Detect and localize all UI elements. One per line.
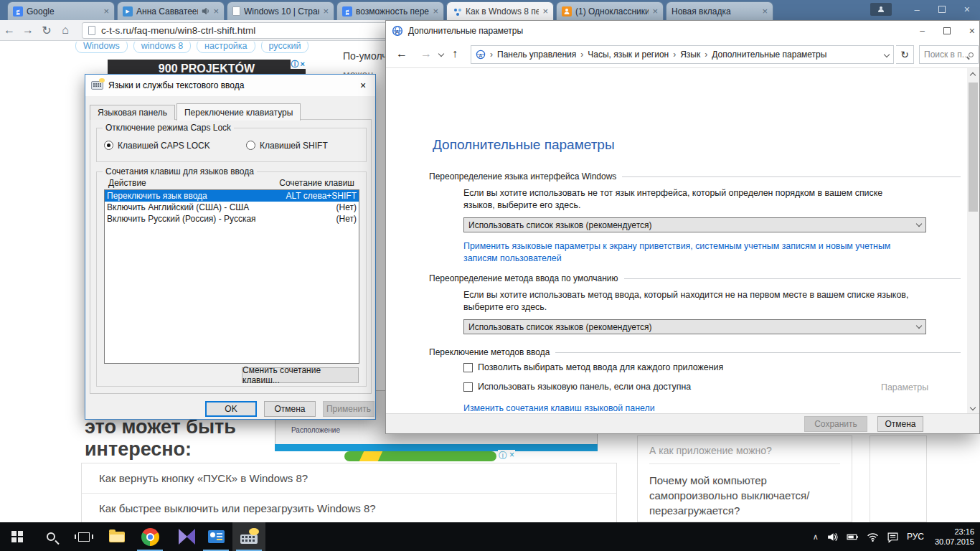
parameters-link[interactable]: Параметры [881, 382, 926, 392]
related-link[interactable]: Как вернуть кнопку «ПУСК» в Windows 8? [82, 463, 616, 493]
tab-search[interactable]: g возможность пере × [336, 1, 444, 20]
cancel-button[interactable]: Отмена [877, 416, 923, 432]
change-hotkey-button[interactable]: Сменить сочетание клавиш... [242, 367, 359, 383]
scrollbar-thumb[interactable] [969, 83, 978, 212]
tag-link[interactable]: русский [261, 42, 309, 53]
ad-info-icon[interactable]: ⓘ [499, 450, 507, 462]
forward-icon[interactable]: → [420, 47, 432, 60]
dialog-close-button[interactable]: × [351, 75, 375, 95]
hotkey-row[interactable]: Включить Русский (Россия) - Русская (Нет… [105, 213, 359, 225]
ad-info-icon[interactable]: ⓘ [291, 60, 299, 69]
sidebar-question[interactable]: А как приложение можно? [649, 445, 840, 464]
taskbar-search-button[interactable] [34, 522, 67, 551]
input-method-dropdown[interactable]: Использовать список языков (рекомендуетс… [463, 319, 926, 334]
refresh-button[interactable]: ↻ [896, 45, 914, 64]
tab-new[interactable]: Новая вкладка × [666, 1, 773, 20]
cp-title-bar[interactable]: A Дополнительные параметры [386, 21, 979, 41]
scroll-down-icon[interactable] [970, 405, 976, 410]
task-view-button[interactable] [67, 522, 100, 551]
hotkey-row[interactable]: Включить Английский (США) - США (Нет) [105, 202, 359, 213]
tab-close-icon[interactable]: × [103, 6, 109, 16]
control-panel-taskbar-button[interactable] [199, 522, 232, 551]
tab-active-article[interactable]: Как в Wndows 8 пе × [446, 1, 554, 20]
tab-close-icon[interactable]: × [652, 6, 658, 16]
up-icon[interactable]: ↑ [452, 47, 458, 60]
back-icon[interactable]: ← [0, 24, 19, 37]
close-button[interactable]: × [964, 4, 970, 15]
action-center-icon[interactable] [887, 531, 899, 543]
per-app-input-checkbox-row[interactable]: Позволить выбирать метод ввода для каждо… [463, 362, 723, 372]
scroll-up-icon[interactable] [970, 72, 976, 78]
tab-close-icon[interactable]: × [542, 6, 548, 16]
breadcrumb-item[interactable]: Панель управления [497, 50, 576, 60]
tab-close-icon[interactable]: × [213, 6, 219, 16]
volume-icon[interactable] [826, 531, 839, 543]
tag-link[interactable]: windows 8 [133, 42, 191, 53]
dialog-title-bar[interactable]: Языки и службы текстового ввода [85, 75, 375, 96]
ad-close-icon[interactable]: × [301, 60, 305, 69]
forward-icon[interactable]: → [19, 24, 37, 37]
green-ad-banner[interactable] [344, 451, 496, 461]
apply-to-welcome-screen-link[interactable]: Применить языковые параметры к экрану пр… [463, 240, 923, 265]
scrollbar[interactable] [967, 68, 979, 415]
radio-icon[interactable] [246, 141, 255, 150]
tab-close-icon[interactable]: × [323, 6, 329, 16]
tab-label: Windows 10 | Стран [244, 6, 319, 17]
breadcrumb-item[interactable]: Язык [680, 50, 700, 60]
ad-close-icon[interactable]: × [509, 450, 514, 462]
taskbar-clock[interactable]: 23:16 30.07.2015 [932, 527, 974, 547]
tab-language-bar[interactable]: Языковая панель [90, 105, 175, 120]
maximize-button[interactable] [938, 6, 946, 13]
battery-icon[interactable] [847, 531, 859, 543]
breadcrumb-item[interactable]: Дополнительные параметры [712, 50, 826, 60]
tab-video[interactable]: ▶ Анна Савватеева × [117, 1, 225, 20]
radio-icon[interactable] [104, 141, 113, 150]
search-icon[interactable] [969, 52, 974, 57]
kmplayer-taskbar-button[interactable] [166, 522, 199, 551]
tab-keyboard-switching[interactable]: Переключение клавиатуры [176, 103, 301, 121]
checkbox-icon[interactable] [463, 382, 473, 392]
chevron-down-icon[interactable] [884, 52, 890, 57]
control-panel-window: A Дополнительные параметры – × ← → ↑ A ›… [385, 20, 980, 434]
language-list-dropdown[interactable]: Использовать список языков (рекомендуетс… [463, 217, 926, 232]
minimize-button[interactable]: – [920, 26, 925, 36]
back-icon[interactable]: ← [396, 47, 407, 60]
chevron-down-icon[interactable] [438, 51, 444, 57]
apply-button[interactable]: Применить [323, 401, 374, 417]
related-link[interactable]: Как быстрее выключить или перезагрузить … [82, 494, 616, 522]
hotkey-row-selected[interactable]: Переключить язык ввода ALT слева+SHIFT [105, 190, 359, 202]
refresh-icon[interactable]: ↻ [37, 24, 56, 37]
home-icon[interactable]: ⌂ [56, 24, 75, 37]
search-box[interactable]: Поиск в п... [919, 45, 979, 64]
radio-caps-lock[interactable]: Клавишей CAPS LOCK [104, 141, 210, 151]
chrome-taskbar-button[interactable] [133, 522, 166, 551]
profile-avatar[interactable] [870, 3, 892, 16]
close-button[interactable]: × [969, 25, 975, 37]
breadcrumb[interactable]: A › Панель управления › Часы, язык и рег… [471, 45, 894, 64]
maximize-button[interactable] [943, 27, 951, 34]
tag-link[interactable]: настройка [197, 42, 255, 53]
task-view-icon [78, 532, 90, 542]
checkbox-icon[interactable] [463, 363, 473, 372]
ok-button[interactable]: OK [205, 401, 257, 417]
cancel-button[interactable]: Отмена [264, 401, 316, 417]
breadcrumb-item[interactable]: Часы, язык и регион [588, 50, 669, 60]
language-bar-checkbox-row[interactable]: Использовать языковую панель, если она д… [463, 382, 691, 392]
save-button[interactable]: Сохранить [804, 416, 867, 432]
language-indicator[interactable]: РУС [907, 532, 924, 542]
text-services-taskbar-button[interactable] [232, 522, 265, 551]
sidebar-question[interactable]: Почему мой компьютер самопроизвольно вык… [649, 464, 840, 518]
tab-close-icon[interactable]: × [433, 6, 438, 16]
radio-shift[interactable]: Клавишей SHIFT [246, 141, 328, 151]
tag-link[interactable]: Windows [75, 42, 128, 53]
tab-odnoklassniki[interactable]: (1) Одноклассники × [556, 1, 664, 20]
tab-close-icon[interactable]: × [762, 6, 768, 16]
tray-expand-icon[interactable]: ∧ [813, 532, 819, 542]
start-button[interactable] [0, 522, 34, 551]
file-explorer-button[interactable] [100, 522, 133, 551]
tab-google[interactable]: g Google × [7, 1, 115, 20]
hotkeys-listbox[interactable]: Переключить язык ввода ALT слева+SHIFT В… [104, 189, 359, 364]
tab-windows10[interactable]: Windows 10 | Стран × [227, 1, 334, 20]
wifi-icon[interactable] [867, 531, 879, 543]
minimize-button[interactable]: – [915, 4, 920, 15]
